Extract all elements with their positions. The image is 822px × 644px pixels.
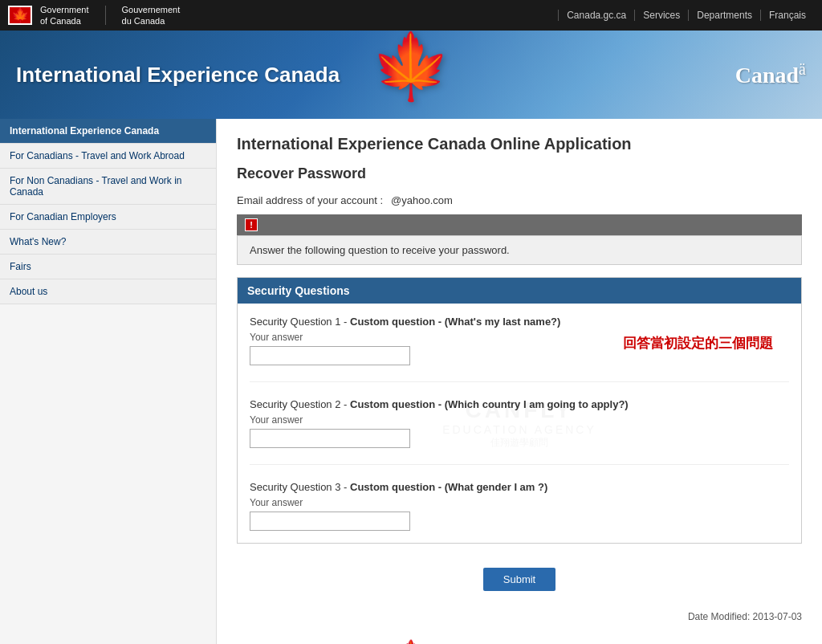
alert-box: ! (237, 214, 802, 235)
canada-wordmark: Canadä (735, 60, 806, 88)
section-title: Recover Password (237, 165, 802, 182)
sidebar-item-whats-new[interactable]: What's New? (0, 230, 216, 255)
security-body: CANFLY EDUCATION AGENCY 佳翔遊學顧問 Security … (238, 304, 801, 543)
departments-link[interactable]: Departments (689, 10, 761, 21)
email-value: @yahoo.com (391, 194, 453, 206)
sidebar-item-canadians[interactable]: For Canadians - Travel and Work Abroad (0, 144, 216, 169)
sidebar-item-non-canadians[interactable]: For Non Canadians - Travel and Work in C… (0, 169, 216, 205)
sidebar-item-about[interactable]: About us (0, 279, 216, 304)
submit-button[interactable]: Submit (483, 568, 555, 591)
question-2-text: Security Question 2 - Custom question - … (250, 398, 789, 410)
answer-input-3[interactable] (250, 512, 410, 531)
footer-maple-icon: 🍁 (386, 639, 436, 644)
gov-fr-line2: du Canada (122, 15, 181, 26)
alert-icon: ! (245, 218, 258, 231)
government-name: Government of Canada (40, 4, 89, 27)
question-3-text: Security Question 3 - Custom question - … (250, 481, 789, 493)
gov-fr-line1: Gouvernement (122, 4, 181, 15)
canada-flag-icon: 🍁 (8, 6, 32, 25)
sidebar: International Experience Canada For Cana… (0, 119, 217, 644)
question-block-1: Security Question 1 - Custom question - … (250, 316, 789, 382)
security-questions-section: Security Questions CANFLY EDUCATION AGEN… (237, 277, 802, 544)
sidebar-item-fairs[interactable]: Fairs (0, 255, 216, 279)
canada-gc-link[interactable]: Canada.gc.ca (558, 10, 635, 21)
top-navigation: 🍁 Government of Canada Gouvernement du C… (0, 0, 822, 31)
submit-area: Submit (237, 556, 802, 603)
main-container: International Experience Canada For Cana… (0, 119, 822, 644)
questions-content: Security Question 1 - Custom question - … (250, 316, 789, 531)
sidebar-item-iec[interactable]: International Experience Canada (0, 119, 216, 144)
content-area: International Experience Canada Online A… (217, 119, 822, 644)
answer-input-2[interactable] (250, 429, 410, 448)
info-box: Answer the following question to receive… (237, 235, 802, 265)
government-name-fr: Gouvernement du Canada (122, 4, 181, 27)
page-title: International Experience Canada Online A… (237, 135, 802, 153)
question-block-2: Security Question 2 - Custom question - … (250, 398, 789, 465)
date-modified: Date Modified: 2013-07-03 (237, 603, 802, 630)
sidebar-item-employers[interactable]: For Canadian Employers (0, 205, 216, 230)
answer-label-3: Your answer (250, 497, 789, 508)
annotation-text: 回答當初設定的三個問題 (623, 334, 773, 353)
gov-en-line1: Government (40, 4, 89, 15)
question-block-3: Security Question 3 - Custom question - … (250, 481, 789, 531)
answer-label-2: Your answer (250, 414, 789, 426)
security-header: Security Questions (238, 278, 801, 304)
site-title: International Experience Canada (16, 63, 340, 88)
email-label: Email address of your account : (237, 194, 383, 206)
francais-link[interactable]: Français (761, 10, 814, 21)
header-banner: International Experience Canada 🍁 Canadä (0, 31, 822, 119)
maple-leaf-icon: 🍁 (371, 35, 451, 99)
government-logo: 🍁 Government of Canada Gouvernement du C… (8, 4, 558, 27)
question-1-text: Security Question 1 - Custom question - … (250, 316, 789, 328)
top-nav-links: Canada.gc.ca Services Departments França… (558, 10, 814, 21)
info-text: Answer the following question to receive… (250, 244, 510, 256)
email-row: Email address of your account : @yahoo.c… (237, 194, 802, 206)
services-link[interactable]: Services (635, 10, 689, 21)
gov-en-line2: of Canada (40, 15, 89, 26)
answer-input-1[interactable] (250, 346, 410, 365)
